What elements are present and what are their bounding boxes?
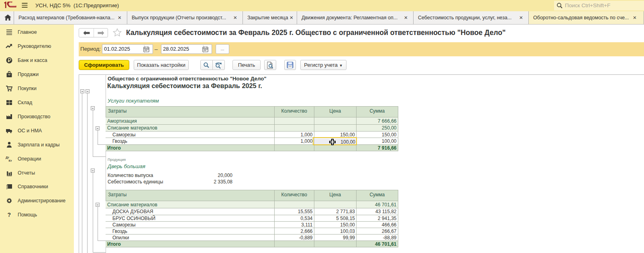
svg-text:Кт: Кт [9,159,12,162]
svg-text:?: ? [8,212,11,218]
